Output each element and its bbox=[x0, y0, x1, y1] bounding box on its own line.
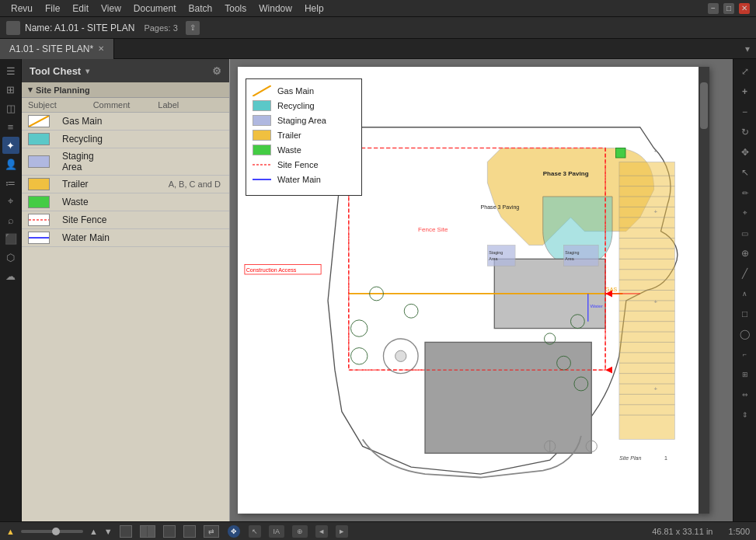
vertical-scrollbar[interactable] bbox=[699, 67, 709, 514]
measure-icon[interactable]: ⌖ bbox=[736, 204, 754, 222]
page-nav-prev[interactable]: ▲ bbox=[89, 527, 98, 536]
menu-edit[interactable]: Edit bbox=[68, 2, 93, 16]
minimize-button[interactable]: − bbox=[708, 3, 719, 14]
layers-icon[interactable]: ≡ bbox=[2, 118, 19, 135]
legend-item-water-main: Water Main bbox=[253, 174, 355, 185]
fit-width-icon[interactable]: ⇔ bbox=[736, 385, 754, 404]
rotate-view-icon[interactable]: ↻ bbox=[736, 123, 754, 141]
legend-water-main-swatch bbox=[253, 174, 271, 185]
legend-item-recycling: Recycling bbox=[253, 100, 355, 111]
view-split-icon[interactable]: ⇄ bbox=[204, 525, 219, 538]
legend-water-main-label: Water Main bbox=[277, 175, 321, 184]
legend-item-waste: Waste bbox=[253, 145, 355, 155]
section-arrow-icon: ▾ bbox=[28, 85, 33, 95]
water-main-name: Water Main bbox=[59, 232, 113, 243]
next-page-icon[interactable]: ► bbox=[336, 525, 348, 538]
svg-rect-12 bbox=[564, 245, 599, 266]
measurements-icon[interactable]: ⌖ bbox=[2, 193, 19, 210]
search-icon[interactable]: ⌕ bbox=[2, 211, 19, 228]
select-icon[interactable]: ↖ bbox=[736, 163, 754, 182]
properties-icon[interactable]: 👤 bbox=[2, 155, 19, 172]
markup-icon[interactable]: ✏ bbox=[736, 183, 754, 202]
fit-page-icon[interactable]: ⇕ bbox=[736, 406, 754, 424]
select-mode-icon[interactable]: ↖ bbox=[249, 525, 261, 538]
zoom-box-icon[interactable]: ⊕ bbox=[292, 525, 308, 538]
col-subject: Subject bbox=[28, 100, 93, 110]
col-comment: Comment bbox=[93, 100, 159, 110]
tool-item-site-fence[interactable]: Site Fence bbox=[22, 211, 229, 229]
tool-item-staging-area[interactable]: Staging Area bbox=[22, 148, 229, 176]
view-two-page-icon[interactable] bbox=[140, 525, 155, 538]
zoom-slider-thumb[interactable] bbox=[52, 528, 60, 535]
spaces-icon[interactable]: ⬡ bbox=[2, 249, 19, 266]
tool-chest-header: Tool Chest ▾ ⚙ bbox=[22, 59, 229, 82]
tab-site-plan[interactable]: A1.01 - SITE PLAN* ✕ bbox=[0, 39, 114, 59]
pan-icon[interactable]: ✥ bbox=[736, 143, 754, 162]
svg-point-53 bbox=[351, 348, 368, 364]
text-select-icon[interactable]: IA bbox=[269, 525, 284, 538]
tool-item-water-main[interactable]: Water Main bbox=[22, 229, 229, 247]
markup-list-icon[interactable]: ≔ bbox=[2, 174, 19, 191]
tool-item-recycling[interactable]: Recycling bbox=[22, 131, 229, 148]
view-fullscreen-icon[interactable] bbox=[183, 525, 196, 538]
tool-chest-gear-icon[interactable]: ⚙ bbox=[212, 65, 221, 77]
panel-toggle-icon[interactable]: ▾ bbox=[739, 40, 756, 57]
tool-chest-icon[interactable]: ✦ bbox=[2, 137, 19, 154]
legend-recycling-swatch bbox=[253, 100, 271, 111]
menu-view[interactable]: View bbox=[96, 2, 126, 16]
legend-box: Gas Main Recycling Staging Area Trailer … bbox=[246, 78, 362, 196]
export-icon[interactable]: ⇪ bbox=[186, 21, 200, 35]
rectangle-icon[interactable]: □ bbox=[736, 305, 754, 323]
polyline-icon[interactable]: ∧ bbox=[736, 284, 754, 303]
count-icon[interactable]: ⊕ bbox=[736, 244, 754, 263]
toggle-panels-icon[interactable]: ☰ bbox=[2, 62, 19, 79]
svg-rect-9 bbox=[487, 245, 515, 266]
menu-window[interactable]: Window bbox=[254, 2, 297, 16]
scrollbar-thumb[interactable] bbox=[700, 82, 708, 129]
view-single-icon[interactable] bbox=[120, 525, 132, 538]
tool-item-trailer[interactable]: Trailer A, B, C and D bbox=[22, 176, 229, 193]
menu-revu[interactable]: Revu bbox=[6, 2, 37, 16]
zoom-to-fit-icon[interactable]: ⤢ bbox=[736, 62, 754, 81]
menu-batch[interactable]: Batch bbox=[184, 2, 218, 16]
legend-trailer-label: Trailer bbox=[277, 131, 301, 140]
menu-help[interactable]: Help bbox=[300, 2, 329, 16]
stamp-icon[interactable]: ⊞ bbox=[736, 365, 754, 384]
menu-document[interactable]: Document bbox=[129, 2, 181, 16]
bookmarks-icon[interactable]: ⊞ bbox=[2, 81, 19, 98]
studio-icon[interactable]: ☁ bbox=[2, 267, 19, 284]
thumbnails-icon[interactable]: ◫ bbox=[2, 99, 19, 117]
svg-text:1: 1 bbox=[664, 455, 667, 462]
tool-item-gas-main[interactable]: Gas Main bbox=[22, 113, 229, 131]
section-label: Site Planning bbox=[36, 85, 90, 95]
document-canvas[interactable]: Gas Main Recycling Staging Area Trailer … bbox=[230, 59, 733, 521]
section-site-planning[interactable]: ▾ Site Planning bbox=[22, 82, 229, 98]
svg-text:Site Plan: Site Plan bbox=[619, 455, 642, 462]
svg-line-3 bbox=[253, 85, 271, 96]
stamps-icon[interactable]: ⬛ bbox=[2, 230, 19, 247]
zoom-control[interactable] bbox=[21, 530, 83, 533]
area-icon[interactable]: ▭ bbox=[736, 224, 754, 242]
zoom-slider[interactable] bbox=[21, 530, 83, 533]
tool-chest-chevron-icon[interactable]: ▾ bbox=[85, 67, 89, 75]
cursor-mode-icon[interactable]: ✥ bbox=[228, 525, 240, 538]
legend-trailer-swatch bbox=[253, 130, 271, 141]
recycling-swatch bbox=[28, 133, 50, 145]
page-nav-next[interactable]: ▼ bbox=[104, 527, 113, 536]
waste-swatch bbox=[28, 196, 50, 208]
ellipse-icon[interactable]: ◯ bbox=[736, 325, 754, 343]
pages-label: Pages: 3 bbox=[144, 23, 177, 33]
zoom-out-icon[interactable]: − bbox=[736, 103, 754, 121]
tab-close-icon[interactable]: ✕ bbox=[98, 44, 104, 53]
line-draw-icon[interactable]: ╱ bbox=[736, 264, 754, 283]
maximize-button[interactable]: □ bbox=[723, 3, 734, 14]
callout-icon[interactable]: ⌐ bbox=[736, 345, 754, 364]
svg-text:Construction Access: Construction Access bbox=[246, 267, 297, 273]
prev-page-icon[interactable]: ◄ bbox=[315, 525, 328, 538]
close-button[interactable]: ✕ bbox=[739, 3, 750, 14]
menu-tools[interactable]: Tools bbox=[220, 2, 251, 16]
zoom-in-icon[interactable]: + bbox=[736, 82, 754, 101]
tool-item-waste[interactable]: Waste bbox=[22, 193, 229, 211]
view-scroll-icon[interactable] bbox=[163, 525, 176, 538]
menu-file[interactable]: File bbox=[40, 2, 64, 16]
